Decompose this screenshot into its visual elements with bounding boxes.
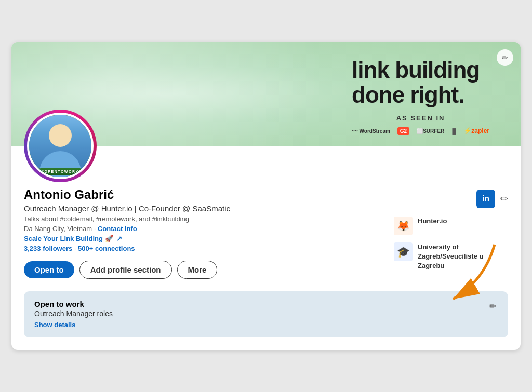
g2-logo: G2 (397, 127, 409, 135)
profile-topics: Talks about #coldemail, #remotework, and… (24, 215, 383, 223)
avatar-photo (29, 115, 91, 177)
otw-pencil-icon: ✏ (489, 301, 497, 312)
banner-headline: link building done right. (352, 58, 489, 108)
wordstream-logo: ~~ WordStream (352, 128, 390, 134)
connections-count: 500+ connections (78, 245, 135, 252)
banner-edit-button[interactable]: ✏ (497, 49, 513, 66)
hunter-name: Hunter.io (418, 217, 447, 226)
otw-edit-button[interactable]: ✏ (488, 300, 498, 313)
dot-separator: · (74, 245, 76, 252)
followers-count: 3,233 followers (24, 245, 72, 252)
experience-hunter: 🦊 Hunter.io (394, 217, 508, 235)
linkedin-icon[interactable]: in (476, 190, 495, 208)
profile-actions: Open to Add profile section More (24, 261, 383, 279)
university-logo: 🎓 (394, 242, 413, 261)
profile-location: Da Nang City, Vietnam · Contact info (24, 225, 383, 233)
otw-content: Open to work Outreach Manager roles Show… (34, 300, 113, 329)
experience-university: 🎓 University of Zagreb/Sveuciliste u Zag… (394, 242, 508, 271)
newsletter-link[interactable]: Scale Your Link Building 🚀 (24, 235, 113, 242)
avatar-wrapper: #OPENTOWORK (24, 110, 97, 182)
open-to-work-section: Open to work Outreach Manager roles Show… (11, 291, 521, 337)
profile-title: Outreach Manager @ Hunter.io | Co-Founde… (24, 204, 383, 213)
university-name: University of Zagreb/Sveuciliste u Zagre… (418, 242, 508, 271)
avatar-ring: #OPENTOWORK (24, 110, 97, 182)
profile-card: link building done right. AS SEEN IN ~~ … (11, 42, 521, 350)
external-link-icon: ↗ (116, 235, 122, 242)
as-seen-in-label: AS SEEN IN (352, 114, 489, 122)
banner-text-area: link building done right. AS SEEN IN ~~ … (352, 58, 489, 136)
profile-followers: 3,233 followers · 500+ connections (24, 245, 383, 252)
otw-subtitle: Outreach Manager roles (34, 309, 113, 318)
profile-edit-icon[interactable]: ✏ (500, 193, 508, 205)
profile-left: Antonio Gabrić Outreach Manager @ Hunter… (24, 187, 383, 279)
hunter-logo: 🦊 (394, 217, 413, 235)
surfer-logo: ⬜SURFER (417, 128, 444, 134)
more-button[interactable]: More (177, 261, 218, 279)
brand-logos: ~~ WordStream G2 ⬜SURFER ▮ ⚡zapier (352, 126, 489, 136)
profile-name: Antonio Gabrić (24, 187, 383, 202)
open-to-work-badge: #OPENTOWORK (37, 168, 83, 175)
profile-right-header: in ✏ (394, 190, 508, 208)
profile-right: in ✏ 🦊 Hunter.io 🎓 University of Zagreb/… (394, 187, 508, 279)
avatar-inner: #OPENTOWORK (27, 113, 94, 179)
pencil-icon: ✏ (502, 53, 508, 62)
semrush-logo: ▮ (451, 126, 456, 136)
contact-info-link[interactable]: Contact info (98, 225, 137, 233)
profile-newsletter: Scale Your Link Building 🚀 ↗ (24, 235, 383, 242)
zapier-logo: ⚡zapier (463, 127, 489, 134)
show-details-link[interactable]: Show details (34, 321, 75, 329)
add-profile-section-button[interactable]: Add profile section (79, 261, 172, 279)
open-to-button[interactable]: Open to (24, 261, 74, 278)
open-to-work-card: Open to work Outreach Manager roles Show… (24, 291, 508, 337)
otw-title: Open to work (34, 300, 113, 308)
